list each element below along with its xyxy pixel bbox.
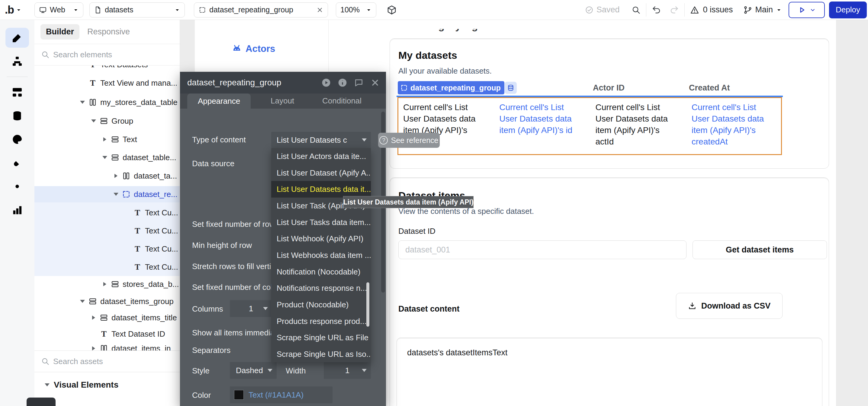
caret-open-icon[interactable]	[79, 300, 86, 303]
tree-item[interactable]: my_stores_data_table	[34, 94, 180, 110]
get-dataset-items-button[interactable]: Get dataset items	[692, 240, 827, 259]
tree-item[interactable]: TText Datasets	[34, 65, 180, 73]
tree-item[interactable]: dataset_table...	[34, 149, 180, 166]
database-icon[interactable]	[11, 110, 23, 122]
search-assets[interactable]: Search assets	[34, 350, 180, 372]
caret-open-icon[interactable]	[79, 101, 86, 104]
hint-pill[interactable]	[27, 398, 56, 406]
branch-selector[interactable]: Main	[743, 5, 782, 14]
tree-item[interactable]: dataset_items_group	[34, 293, 180, 309]
actors-nav-item[interactable]: Actors	[232, 43, 275, 54]
workflow-icon[interactable]	[11, 86, 23, 98]
dropdown-option[interactable]: List User Actors data ite...	[271, 148, 371, 165]
dropdown-option[interactable]: Product (Nocodable)	[271, 297, 371, 313]
dataset-id-input[interactable]: dataset_001	[398, 240, 686, 259]
property-editor-header[interactable]: dataset_repeating_group	[180, 72, 386, 94]
data-source-chip[interactable]	[505, 82, 517, 94]
dropdown-option[interactable]: Products response prod...	[271, 313, 371, 330]
tree-item-label: Text Cu...	[145, 244, 178, 254]
tree-item[interactable]: TText Cu...	[34, 259, 180, 275]
logo-chevron-icon[interactable]	[16, 7, 22, 13]
tree-item[interactable]: Text	[34, 131, 180, 147]
preview-element-icon[interactable]	[321, 78, 331, 88]
styles-palette-icon[interactable]	[11, 133, 23, 145]
tree-item[interactable]: stores_data_b...	[34, 276, 180, 292]
tab-appearance[interactable]: Appearance	[187, 94, 251, 109]
caret-open-icon[interactable]	[90, 120, 98, 123]
logs-chart-icon[interactable]	[11, 204, 23, 216]
dropdown-option-highlighted[interactable]: List User Datasets data it...	[271, 181, 371, 198]
download-csv-button[interactable]: Download as CSV	[676, 293, 782, 319]
visual-elements-section[interactable]: Visual Elements	[34, 372, 180, 390]
tree-item-selected[interactable]: dataset_re...	[34, 186, 180, 202]
tree-item[interactable]: TText View and mana...	[34, 75, 180, 91]
type-of-content-select[interactable]: List User Datasets c	[271, 132, 371, 148]
zoom-selector[interactable]: 100%	[336, 2, 376, 18]
tree-item[interactable]: dataset_items_title	[34, 309, 180, 326]
tree-item[interactable]: TText Cu...	[34, 223, 180, 239]
property-editor[interactable]: dataset_repeating_group Appearance Layou…	[180, 72, 386, 406]
dropdown-option[interactable]: Scrape Single URL as Iso...	[271, 346, 371, 362]
caret-closed-icon[interactable]	[101, 282, 109, 286]
search-elements[interactable]: Search elements	[34, 44, 180, 65]
caret-closed-icon[interactable]	[101, 137, 109, 141]
tree-item[interactable]: TText Dataset ID	[34, 326, 180, 342]
type-of-content-dropdown[interactable]: List User Actors data ite... List User D…	[271, 148, 371, 362]
preview-button[interactable]	[788, 2, 825, 18]
tab-conditional[interactable]: Conditional	[322, 96, 362, 106]
cell-created-at[interactable]: Current cell's List User Datasets data i…	[692, 102, 776, 150]
dropdown-option[interactable]: Notification (Nocodable)	[271, 264, 371, 280]
close-icon[interactable]	[316, 6, 323, 13]
design-tab[interactable]	[5, 28, 29, 48]
color-picker[interactable]: Text (#1A1A1A)	[230, 386, 333, 403]
tree-item[interactable]: dataset_items_in	[34, 340, 180, 350]
element-tab[interactable]: dataset_repeating_group	[194, 2, 328, 18]
caret-open-icon[interactable]	[101, 156, 109, 159]
page-selector[interactable]: datasets	[89, 2, 185, 18]
search-icon[interactable]	[631, 5, 641, 14]
tree-item[interactable]: TText Cu...	[34, 241, 180, 257]
dropdown-scrollbar[interactable]	[366, 282, 369, 327]
pages-hierarchy-icon[interactable]	[11, 55, 23, 67]
dataset-content-text: datasets's datasetItemsText	[407, 348, 507, 358]
dropdown-option[interactable]: List User Dataset (Apify A...	[271, 165, 371, 181]
caret-closed-icon[interactable]	[112, 174, 120, 178]
caret-closed-icon[interactable]	[90, 315, 98, 320]
undo-icon[interactable]	[652, 5, 661, 15]
dropdown-option[interactable]: List User Tasks data item...	[271, 214, 371, 231]
columns-select[interactable]: 1	[230, 300, 272, 317]
dropdown-option[interactable]: Scrape Single URL as File ...	[271, 330, 371, 346]
see-reference-button[interactable]: ? See reference	[378, 133, 440, 148]
cell-act-id[interactable]: Current cell's List User Datasets data i…	[596, 102, 680, 150]
width-select[interactable]: 1	[324, 362, 371, 379]
caret-closed-icon[interactable]	[90, 346, 98, 350]
cell-id[interactable]: Current cell's List User Datasets data i…	[499, 102, 584, 150]
tab-layout[interactable]: Layout	[271, 96, 294, 106]
tab-builder[interactable]: Builder	[40, 24, 80, 39]
plugins-icon[interactable]	[11, 157, 23, 169]
deploy-button[interactable]: Deploy	[829, 1, 867, 19]
close-icon[interactable]	[370, 78, 380, 88]
info-icon[interactable]	[338, 78, 347, 88]
tree-item[interactable]: TText Cu...	[34, 204, 180, 221]
comment-icon[interactable]	[354, 78, 364, 88]
repeating-group-cells[interactable]: Current cell's List User Datasets data i…	[398, 97, 782, 155]
selected-element-badge[interactable]: dataset_repeating_group	[398, 81, 504, 94]
dropdown-option[interactable]: List Webhooks data item ...	[271, 247, 371, 264]
issues-indicator[interactable]: 0 issues	[690, 5, 733, 14]
style-select[interactable]: Dashed	[230, 362, 277, 379]
tree-item[interactable]: dataset_ta...	[34, 168, 180, 184]
dataset-content-box[interactable]: datasets's datasetItemsText	[397, 338, 823, 406]
redo-icon[interactable]	[669, 5, 679, 15]
tab-responsive[interactable]: Responsive	[87, 27, 130, 36]
caret-open-icon	[45, 383, 50, 386]
component-library-icon[interactable]	[386, 5, 397, 15]
settings-gear-icon[interactable]	[11, 180, 23, 193]
tree-item[interactable]: Group	[34, 113, 180, 129]
device-selector[interactable]: Web	[34, 2, 83, 18]
caret-open-icon[interactable]	[112, 193, 120, 196]
dropdown-option[interactable]: List Webhook (Apify API)	[271, 231, 371, 247]
bubble-logo[interactable]: .b	[5, 4, 14, 16]
issues-label: 0 issues	[703, 5, 733, 14]
dropdown-option[interactable]: Notifications response n...	[271, 280, 371, 297]
